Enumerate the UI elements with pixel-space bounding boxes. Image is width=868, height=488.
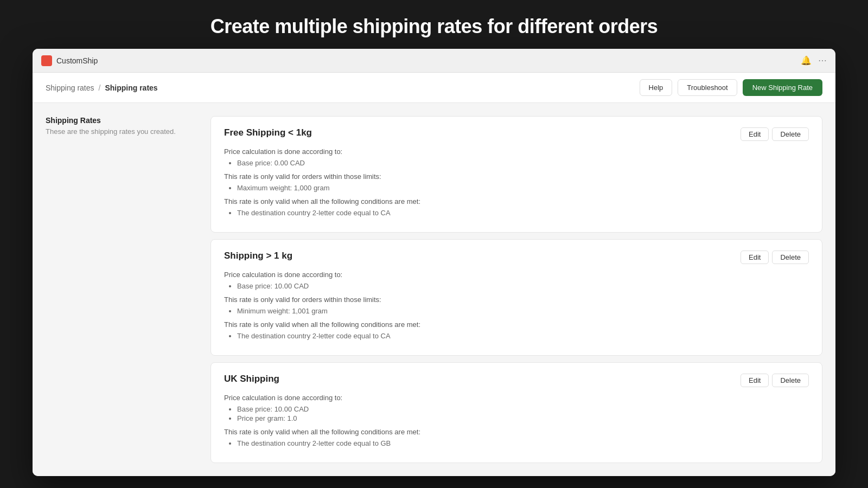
edit-button[interactable]: Edit <box>741 251 769 264</box>
rate-card: Shipping > 1 kg Edit Delete Price calcul… <box>210 239 822 356</box>
conditions-bullets: The destination country 2-letter code eq… <box>224 439 809 447</box>
conditions-label: This rate is only valid when all the fol… <box>224 320 809 329</box>
breadcrumb-parent[interactable]: Shipping rates <box>46 84 94 92</box>
rate-name: UK Shipping <box>224 374 279 384</box>
hero-title: Create multiple shipping rates for diffe… <box>0 0 868 49</box>
header-actions: Help Troubleshoot New Shipping Rate <box>640 79 822 96</box>
help-button[interactable]: Help <box>640 79 673 96</box>
sidebar-title: Shipping Rates <box>46 116 197 125</box>
breadcrumb: Shipping rates / Shipping rates <box>46 84 640 92</box>
app-name: CustomShip <box>56 56 98 65</box>
app-window: CustomShip 🔔 ⋯ Shipping rates / Shipping… <box>33 49 835 476</box>
rate-card: UK Shipping Edit Delete Price calculatio… <box>210 362 822 463</box>
list-item: The destination country 2-letter code eq… <box>237 332 809 340</box>
rate-card-actions: Edit Delete <box>741 127 809 141</box>
app-logo: CustomShip <box>41 55 98 66</box>
sidebar-description: These are the shipping rates you created… <box>46 127 197 137</box>
conditions-bullets: The destination country 2-letter code eq… <box>224 209 809 217</box>
title-bar-actions: 🔔 ⋯ <box>801 55 827 66</box>
delete-button[interactable]: Delete <box>772 127 809 141</box>
rate-name: Free Shipping < 1kg <box>224 127 312 138</box>
price-bullets: Base price: 10.00 CAD <box>224 282 809 290</box>
list-item: The destination country 2-letter code eq… <box>237 439 809 447</box>
price-bullets: Base price: 10.00 CAD Price per gram: 1.… <box>224 405 809 422</box>
list-item: Base price: 10.00 CAD <box>237 405 809 413</box>
limits-bullets: Minimum weight: 1,001 gram <box>224 307 809 315</box>
limits-bullets: Maximum weight: 1,000 gram <box>224 184 809 192</box>
troubleshoot-button[interactable]: Troubleshoot <box>678 79 737 96</box>
main-content: Shipping Rates These are the shipping ra… <box>33 103 835 476</box>
logo-icon <box>41 55 52 66</box>
app-header: Shipping rates / Shipping rates Help Tro… <box>33 73 835 103</box>
sidebar: Shipping Rates These are the shipping ra… <box>46 116 197 463</box>
rate-card-header: Shipping > 1 kg Edit Delete <box>224 251 809 264</box>
conditions-label: This rate is only valid when all the fol… <box>224 197 809 206</box>
new-shipping-rate-button[interactable]: New Shipping Rate <box>743 79 822 96</box>
rates-list: Free Shipping < 1kg Edit Delete Price ca… <box>210 116 822 463</box>
title-bar: CustomShip 🔔 ⋯ <box>33 49 835 73</box>
rate-card-header: UK Shipping Edit Delete <box>224 374 809 387</box>
breadcrumb-current: Shipping rates <box>105 84 157 92</box>
delete-button[interactable]: Delete <box>772 374 809 387</box>
limits-label: This rate is only valid for orders withi… <box>224 172 809 181</box>
price-calc-label: Price calculation is done according to: <box>224 271 809 279</box>
rate-card-actions: Edit Delete <box>741 374 809 387</box>
price-calc-label: Price calculation is done according to: <box>224 147 809 156</box>
price-bullets: Base price: 0.00 CAD <box>224 159 809 167</box>
price-calc-label: Price calculation is done according to: <box>224 394 809 402</box>
list-item: Minimum weight: 1,001 gram <box>237 307 809 315</box>
conditions-bullets: The destination country 2-letter code eq… <box>224 332 809 340</box>
list-item: Base price: 0.00 CAD <box>237 159 809 167</box>
limits-label: This rate is only valid for orders withi… <box>224 296 809 304</box>
list-item: Base price: 10.00 CAD <box>237 282 809 290</box>
list-item: The destination country 2-letter code eq… <box>237 209 809 217</box>
edit-button[interactable]: Edit <box>741 374 769 387</box>
more-icon[interactable]: ⋯ <box>818 55 827 66</box>
bell-icon[interactable]: 🔔 <box>801 55 812 66</box>
delete-button[interactable]: Delete <box>772 251 809 264</box>
rate-card: Free Shipping < 1kg Edit Delete Price ca… <box>210 116 822 233</box>
conditions-label: This rate is only valid when all the fol… <box>224 428 809 436</box>
list-item: Maximum weight: 1,000 gram <box>237 184 809 192</box>
list-item: Price per gram: 1.0 <box>237 414 809 422</box>
rate-card-header: Free Shipping < 1kg Edit Delete <box>224 127 809 141</box>
rate-name: Shipping > 1 kg <box>224 251 292 261</box>
breadcrumb-separator: / <box>99 84 101 92</box>
rate-card-actions: Edit Delete <box>741 251 809 264</box>
edit-button[interactable]: Edit <box>741 127 769 141</box>
